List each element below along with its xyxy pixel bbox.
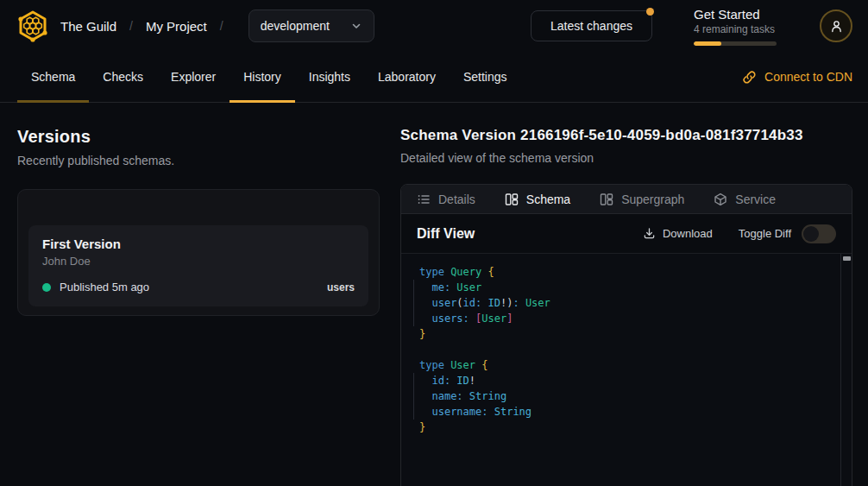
- published-status-dot: [42, 283, 51, 292]
- hive-logo-icon[interactable]: [16, 9, 50, 43]
- latest-changes-button[interactable]: Latest changes: [531, 10, 652, 41]
- tab-details-label: Details: [438, 193, 475, 206]
- download-button[interactable]: Download: [643, 227, 713, 240]
- nav-tab-laboratory[interactable]: Laboratory: [364, 52, 450, 102]
- schema-code-viewer[interactable]: type Query { me: User user(id: ID!): Use…: [401, 254, 852, 486]
- tab-service-label: Service: [735, 193, 776, 206]
- version-status-row: Published 5m ago users: [42, 281, 355, 293]
- tab-schema[interactable]: Schema: [505, 193, 570, 206]
- code-line: me: User: [419, 280, 829, 295]
- connect-cdn-button[interactable]: Connect to CDN: [742, 52, 852, 102]
- code-line: users: [User]: [419, 311, 829, 326]
- get-started-subtitle: 4 remaining tasks: [694, 23, 777, 35]
- version-author: John Doe: [42, 255, 355, 268]
- tab-supergraph[interactable]: Supergraph: [600, 193, 684, 206]
- breadcrumb-org[interactable]: The Guild: [60, 19, 116, 34]
- target-selector-value: development: [261, 19, 330, 33]
- nav-tab-settings[interactable]: Settings: [450, 52, 521, 102]
- progress-fill: [694, 41, 721, 46]
- toggle-diff-label: Toggle Diff: [739, 227, 791, 240]
- link-icon: [742, 70, 757, 85]
- get-started-title: Get Started: [694, 7, 777, 22]
- schema-detail-card: Details Schema Supergr: [400, 184, 852, 486]
- connect-cdn-label: Connect to CDN: [764, 70, 852, 84]
- versions-panel: Versions Recently published schemas. Fir…: [0, 103, 400, 486]
- main-nav: Schema Checks Explorer History Insights …: [0, 52, 868, 103]
- code-line: }: [419, 326, 829, 342]
- version-status: Published 5m ago: [60, 281, 149, 293]
- code-line: type User {: [419, 357, 829, 373]
- breadcrumb-separator: /: [220, 19, 223, 33]
- tab-details[interactable]: Details: [417, 193, 475, 206]
- get-started-widget[interactable]: Get Started 4 remaining tasks: [694, 7, 777, 46]
- tab-schema-label: Schema: [526, 193, 570, 206]
- diff-view-title: Diff View: [417, 226, 475, 242]
- columns-icon: [600, 193, 613, 206]
- detail-tabstrip: Details Schema Supergr: [401, 185, 852, 214]
- breadcrumb-separator: /: [129, 19, 133, 33]
- toggle-diff-switch[interactable]: [802, 224, 836, 243]
- code-line: user(id: ID!): User: [419, 295, 829, 311]
- code-scrollbar[interactable]: [840, 254, 852, 486]
- download-icon: [643, 227, 656, 240]
- code-line: [419, 342, 829, 357]
- versions-title: Versions: [17, 127, 380, 147]
- versions-subtitle: Recently published schemas.: [17, 154, 380, 167]
- versions-list-card: First Version John Doe Published 5m ago …: [17, 189, 380, 316]
- toggle-knob: [803, 226, 819, 242]
- columns-icon: [505, 193, 519, 206]
- tab-service[interactable]: Service: [714, 193, 776, 206]
- nav-tab-insights[interactable]: Insights: [295, 52, 364, 102]
- schema-version-title: Schema Version 2166196f-5e10-4059-bd0a-0…: [400, 127, 852, 144]
- target-selector[interactable]: development: [248, 9, 374, 42]
- code-line: }: [419, 420, 829, 435]
- app-header: The Guild / My Project / development Lat…: [0, 0, 868, 52]
- nav-tab-schema[interactable]: Schema: [17, 52, 89, 102]
- nav-tab-history[interactable]: History: [230, 52, 295, 102]
- code-lines: type Query { me: User user(id: ID!): Use…: [419, 264, 829, 435]
- diff-view-header: Diff View Download Toggle Diff: [401, 214, 852, 254]
- code-line: type Query {: [419, 264, 829, 280]
- user-icon: [829, 19, 844, 34]
- code-line: id: ID!: [419, 373, 829, 388]
- latest-changes-label: Latest changes: [550, 19, 632, 33]
- tab-supergraph-label: Supergraph: [621, 193, 684, 206]
- main-content: Versions Recently published schemas. Fir…: [0, 103, 868, 486]
- schema-version-panel: Schema Version 2166196f-5e10-4059-bd0a-0…: [400, 103, 868, 486]
- user-avatar[interactable]: [820, 9, 852, 42]
- schema-version-subtitle: Detailed view of the schema version: [400, 151, 852, 165]
- version-service-badge: users: [327, 281, 355, 293]
- cube-icon: [714, 193, 727, 206]
- breadcrumb-project[interactable]: My Project: [146, 19, 207, 34]
- breadcrumb: The Guild / My Project /: [60, 19, 236, 34]
- list-icon: [417, 193, 431, 206]
- chevron-down-icon: [350, 20, 362, 32]
- version-name: First Version: [42, 237, 355, 251]
- version-list-item[interactable]: First Version John Doe Published 5m ago …: [28, 225, 368, 306]
- notification-dot: [646, 8, 654, 16]
- get-started-progressbar: [694, 41, 777, 46]
- nav-tab-checks[interactable]: Checks: [89, 52, 157, 102]
- nav-tab-explorer[interactable]: Explorer: [157, 52, 230, 102]
- scrollbar-thumb[interactable]: [843, 256, 851, 261]
- code-line: name: String: [419, 388, 829, 404]
- download-label: Download: [663, 227, 713, 240]
- code-line: username: String: [419, 404, 829, 420]
